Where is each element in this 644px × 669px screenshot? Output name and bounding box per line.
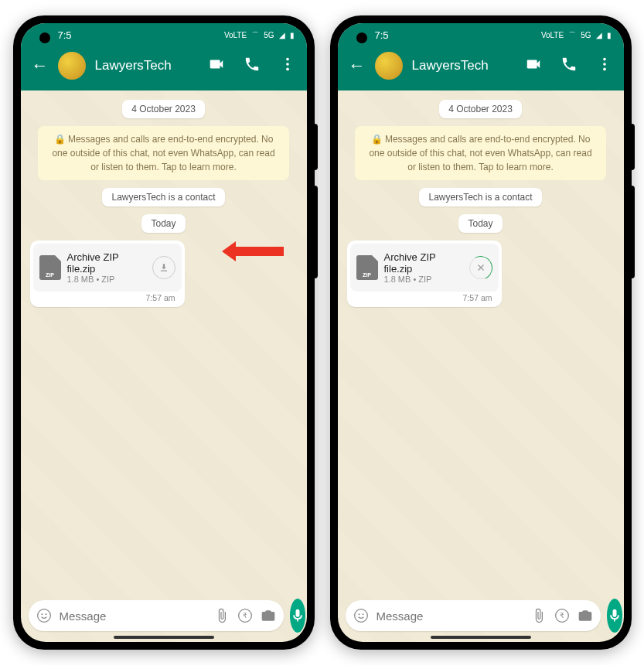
payment-button[interactable]: ₹ [554,608,570,623]
message-input[interactable] [60,609,206,623]
svg-point-4 [41,613,43,615]
chat-header: ← LawyersTech [21,44,307,90]
svg-point-11 [354,609,367,623]
svg-point-12 [358,613,359,615]
video-call-button[interactable] [525,56,542,76]
camera-hole [39,32,50,43]
wifi-icon: ⌒ [251,30,259,41]
message-time: 7:57 am [33,292,182,304]
input-bar: ₹ [338,592,624,642]
chat-header: ← LawyersTech [338,44,624,90]
contact-info-pill[interactable]: LawyersTech is a contact [419,188,541,207]
status-bar: 7:5 VoLTE ⌒ 5G ◢ ▮ [21,23,307,44]
date-pill: 4 October 2023 [439,100,522,118]
volte-icon: VoLTE [541,31,564,39]
encryption-text: Messages and calls are end-to-end encryp… [52,134,274,172]
svg-point-3 [37,609,50,623]
more-options-button[interactable] [279,56,296,76]
svg-point-1 [286,63,289,66]
svg-point-13 [362,613,363,615]
file-meta: 1.8 MB • ZIP [67,275,146,284]
signal-icon: ◢ [596,31,602,39]
chat-body[interactable]: 4 October 2023 🔒 Messages and calls are … [21,90,307,592]
status-bar: 7:5 VoLTE ⌒ 5G ◢ ▮ [338,23,624,44]
file-type-icon: ZIP [356,255,378,280]
home-indicator[interactable] [431,636,531,639]
mic-button[interactable] [607,599,622,633]
avatar[interactable] [58,52,86,80]
tutorial-arrow [222,241,284,261]
file-message[interactable]: ZIP Archive ZIP file.zip 1.8 MB • ZIP 7:… [347,241,502,307]
message-input-container: ₹ [346,600,601,631]
status-time: 7:5 [375,29,389,41]
file-name: Archive ZIP file.zip [67,251,146,275]
svg-point-2 [286,68,289,71]
message-time: 7:57 am [350,292,499,304]
volte-icon: VoLTE [224,31,247,39]
file-details: Archive ZIP file.zip 1.8 MB • ZIP [384,251,463,284]
lock-icon: 🔒 [54,134,66,145]
status-time: 7:5 [58,29,72,41]
voice-call-button[interactable] [244,56,261,76]
more-options-button[interactable] [596,56,613,76]
lock-icon: 🔒 [371,134,383,145]
contact-name[interactable]: LawyersTech [412,58,516,73]
screen: 7:5 VoLTE ⌒ 5G ◢ ▮ ← LawyersTech 4 Octob… [21,23,307,642]
battery-icon: ▮ [290,31,295,39]
status-icons: VoLTE ⌒ 5G ◢ ▮ [540,30,612,41]
cancel-download-button[interactable] [469,256,492,279]
phone-left: 7:5 VoLTE ⌒ 5G ◢ ▮ ← LawyersTech 4 Octob… [13,15,315,650]
contact-name[interactable]: LawyersTech [95,58,199,73]
camera-button[interactable] [578,608,593,623]
svg-point-5 [45,613,46,615]
camera-hole [356,32,367,43]
back-button[interactable]: ← [32,56,49,76]
svg-text:₹: ₹ [243,612,247,620]
mic-button[interactable] [290,599,305,633]
message-input[interactable] [377,609,523,623]
download-button[interactable] [152,256,175,279]
video-call-button[interactable] [208,56,225,76]
svg-point-9 [603,63,606,66]
file-details: Archive ZIP file.zip 1.8 MB • ZIP [67,251,146,284]
encryption-notice[interactable]: 🔒 Messages and calls are end-to-end encr… [355,126,606,180]
phone-right: 7:5 VoLTE ⌒ 5G ◢ ▮ ← LawyersTech 4 Octob… [330,15,632,650]
screen: 7:5 VoLTE ⌒ 5G ◢ ▮ ← LawyersTech 4 Octob… [338,23,624,642]
encryption-text: Messages and calls are end-to-end encryp… [369,134,591,172]
chat-body[interactable]: 4 October 2023 🔒 Messages and calls are … [338,90,624,592]
attach-button[interactable] [531,608,547,623]
voice-call-button[interactable] [561,56,578,76]
file-type-icon: ZIP [39,255,61,280]
file-meta: 1.8 MB • ZIP [384,275,463,284]
back-button[interactable]: ← [349,56,366,76]
camera-button[interactable] [261,608,276,623]
status-icons: VoLTE ⌒ 5G ◢ ▮ [223,30,295,41]
file-row: ZIP Archive ZIP file.zip 1.8 MB • ZIP [350,244,499,292]
file-name: Archive ZIP file.zip [384,251,463,275]
svg-point-8 [603,58,606,61]
wifi-icon: ⌒ [568,30,576,41]
network-label: 5G [264,31,274,39]
today-pill: Today [141,214,185,233]
message-input-container: ₹ [29,600,284,631]
payment-button[interactable]: ₹ [237,608,253,623]
contact-info-pill[interactable]: LawyersTech is a contact [102,188,224,207]
svg-point-0 [286,58,289,61]
file-message[interactable]: ZIP Archive ZIP file.zip 1.8 MB • ZIP 7:… [30,241,185,307]
file-row: ZIP Archive ZIP file.zip 1.8 MB • ZIP [33,244,182,292]
signal-icon: ◢ [279,31,285,39]
home-indicator[interactable] [114,636,214,639]
network-label: 5G [581,31,591,39]
svg-point-10 [603,68,606,71]
emoji-button[interactable] [36,608,52,623]
attach-button[interactable] [214,608,230,623]
battery-icon: ▮ [607,31,612,39]
today-pill: Today [458,214,502,233]
date-pill: 4 October 2023 [122,100,205,118]
svg-text:₹: ₹ [560,612,564,620]
emoji-button[interactable] [353,608,369,623]
encryption-notice[interactable]: 🔒 Messages and calls are end-to-end encr… [38,126,289,180]
avatar[interactable] [375,52,403,80]
input-bar: ₹ [21,592,307,642]
